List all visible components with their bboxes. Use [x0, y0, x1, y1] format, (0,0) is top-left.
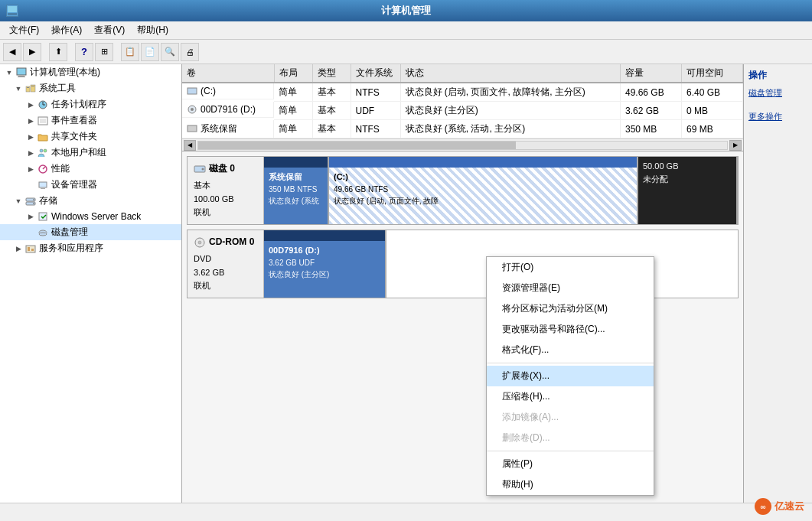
tree-label-event: 事件查看器 — [51, 114, 97, 127]
menu-action[interactable]: 操作(A) — [45, 22, 88, 38]
menu-help[interactable]: 帮助(H) — [131, 22, 174, 38]
svg-point-17 — [40, 149, 43, 152]
svg-rect-2 — [8, 13, 17, 15]
cell-layout: 简单 — [274, 102, 312, 120]
print-button[interactable]: 🖨 — [181, 43, 199, 61]
scroll-right-btn[interactable]: ▶ — [729, 140, 742, 151]
ctx-open[interactable]: 打开(O) — [487, 257, 654, 278]
ctx-help[interactable]: 帮助(H) — [487, 474, 654, 495]
ctx-add-mirror[interactable]: 添加镜像(A)... — [487, 407, 654, 428]
col-header-cap[interactable]: 容量 — [621, 64, 682, 83]
disk-mgmt-icon — [37, 226, 49, 239]
cdrom-size: 3.62 GB — [194, 266, 257, 280]
paste-button[interactable]: 📄 — [141, 43, 159, 61]
tree-item-diskmgmt[interactable]: 磁盘管理 — [0, 224, 181, 240]
search-button[interactable]: 🔍 — [161, 43, 179, 61]
disk-label-cdrom: CD-ROM 0 DVD 3.62 GB 联机 — [188, 230, 264, 298]
partition-system-reserved[interactable]: 系统保留 350 MB NTFS 状态良好 (系统 — [264, 157, 329, 224]
tree-expand-root[interactable]: ▼ — [3, 67, 15, 79]
copy-button[interactable]: 📋 — [121, 43, 139, 61]
cdrom-status: 联机 — [194, 279, 257, 293]
ctx-shrink[interactable]: 压缩卷(H)... — [487, 386, 654, 407]
tree-label-systools: 系统工具 — [39, 82, 76, 95]
col-header-fs[interactable]: 文件系统 — [351, 64, 400, 83]
window-title: 计算机管理 — [381, 4, 431, 18]
tree-item-svcapp[interactable]: ▶ 服务和应用程序 — [0, 240, 181, 256]
tree-item-localusers[interactable]: ▶ 本地用户和组 — [0, 145, 181, 161]
tree-item-shared[interactable]: ▶ 共享文件夹 — [0, 129, 181, 145]
table-row[interactable]: 00D7916 (D:) 简单 基本 UDF 状态良好 (主分区) 3.62 G… — [182, 102, 743, 120]
tree-expand-systools[interactable]: ▼ — [12, 83, 24, 95]
col-header-free[interactable]: 可用空间 — [682, 64, 743, 83]
col-header-vol[interactable]: 卷 — [182, 64, 274, 83]
task-icon — [37, 99, 49, 111]
svg-rect-21 — [39, 182, 47, 187]
partition-unallocated[interactable]: 50.00 GB 未分配 — [638, 157, 738, 224]
context-menu: 打开(O) 资源管理器(E) 将分区标记为活动分区(M) 更改驱动器号和路径(C… — [486, 256, 654, 496]
tree-expand-storage[interactable]: ▼ — [12, 195, 24, 207]
ctx-mark-active[interactable]: 将分区标记为活动分区(M) — [487, 298, 654, 319]
tree-expand-svcapp[interactable]: ▶ — [12, 243, 24, 255]
partition-c-drive[interactable]: (C:) 49.66 GB NTFS 状态良好 (启动, 页面文件, 故障 — [329, 157, 638, 224]
tree-expand-shared[interactable]: ▶ — [24, 131, 37, 143]
menu-bar: 文件(F) 操作(A) 查看(V) 帮助(H) — [0, 21, 812, 40]
ctx-format[interactable]: 格式化(F)... — [487, 340, 654, 360]
partition-c-name: (C:) — [334, 171, 632, 184]
service-icon — [24, 243, 37, 255]
help-button[interactable]: ? — [75, 43, 93, 61]
table-row[interactable]: (C:) 简单 基本 NTFS 状态良好 (启动, 页面文件, 故障转储, 主分… — [182, 83, 743, 102]
tree-item-perf[interactable]: ▶ 性能 — [0, 161, 181, 177]
disk-mgmt-action-link[interactable]: 磁盘管理 — [747, 86, 809, 99]
view-button[interactable]: ⊞ — [95, 43, 113, 61]
disk-row-0: 磁盘 0 基本 100.00 GB 联机 系统保留 350 MB NTFS 状态… — [187, 156, 739, 225]
more-actions-link[interactable]: 更多操作 — [747, 110, 809, 123]
ctx-change-drive[interactable]: 更改驱动器号和路径(C)... — [487, 319, 654, 340]
dvd-size: 3.62 GB UDF — [269, 257, 380, 269]
svg-point-30 — [39, 233, 47, 236]
menu-view[interactable]: 查看(V) — [88, 22, 131, 38]
tree-item-systools[interactable]: ▼ 系统工具 — [0, 80, 181, 96]
tree-expand-winback[interactable]: ▶ — [24, 210, 37, 223]
ctx-extend[interactable]: 扩展卷(X)... — [487, 366, 654, 386]
back-button[interactable]: ◀ — [3, 43, 21, 61]
ctx-delete[interactable]: 删除卷(D)... — [487, 428, 654, 448]
cell-cap: 3.62 GB — [621, 102, 682, 120]
table-row[interactable]: 系统保留 简单 基本 NTFS 状态良好 (系统, 活动, 主分区) 350 M… — [182, 120, 743, 138]
cell-free: 6.40 GB — [682, 83, 743, 102]
svg-rect-9 — [31, 86, 34, 86]
svg-rect-8 — [27, 87, 29, 88]
partition-c-header-bar — [329, 157, 637, 168]
tree-expand-localusers[interactable]: ▶ — [24, 147, 37, 159]
svg-rect-22 — [41, 188, 45, 189]
partition-dvd[interactable]: 00D7916 (D:) 3.62 GB UDF 状态良好 (主分区) — [264, 230, 386, 298]
disk0-partitions: 系统保留 350 MB NTFS 状态良好 (系统 (C:) 49.66 GB … — [264, 157, 738, 224]
col-header-type[interactable]: 类型 — [312, 64, 351, 83]
tree-label-shared: 共享文件夹 — [51, 130, 97, 143]
scroll-left-btn[interactable]: ◀ — [184, 140, 196, 151]
scroll-thumb-area[interactable] — [197, 141, 728, 150]
col-header-layout[interactable]: 布局 — [274, 64, 312, 83]
svg-rect-33 — [31, 249, 34, 251]
h-scrollbar[interactable]: ◀ ▶ — [182, 138, 743, 151]
ctx-explorer[interactable]: 资源管理器(E) — [487, 278, 654, 298]
tree-item-devmgr[interactable]: 设备管理器 — [0, 177, 181, 193]
tree-expand-event[interactable]: ▶ — [24, 115, 37, 127]
tree-expand-task[interactable]: ▶ — [24, 99, 37, 111]
up-button[interactable]: ⬆ — [49, 43, 67, 61]
tree-item-event[interactable]: ▶ 事件查看器 — [0, 112, 181, 129]
scroll-thumb[interactable] — [198, 142, 516, 149]
svg-text:∞: ∞ — [760, 503, 765, 511]
ctx-properties[interactable]: 属性(P) — [487, 454, 654, 474]
col-header-status[interactable]: 状态 — [400, 64, 621, 83]
cell-layout: 简单 — [274, 83, 312, 102]
partition-unalloc-status: 未分配 — [643, 173, 732, 186]
menu-file[interactable]: 文件(F) — [3, 22, 45, 38]
tree-label-diskmgmt: 磁盘管理 — [51, 226, 88, 239]
tree-item-storage[interactable]: ▼ 存储 — [0, 193, 181, 209]
tree-item-task[interactable]: ▶ 任务计划程序 — [0, 96, 181, 112]
tree-item-root[interactable]: ▼ 计算机管理(本地) — [0, 64, 181, 80]
tree-expand-perf[interactable]: ▶ — [24, 163, 37, 175]
forward-button[interactable]: ▶ — [23, 43, 41, 61]
tree-item-winback[interactable]: ▶ Windows Server Back — [0, 209, 181, 224]
cell-type: 基本 — [312, 83, 351, 102]
